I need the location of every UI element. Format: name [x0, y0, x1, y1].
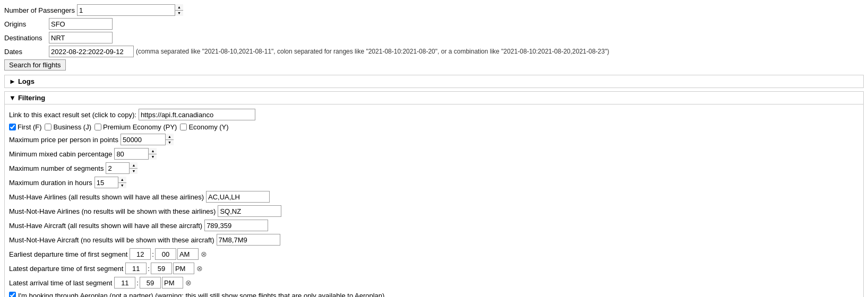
dates-row: Dates (comma separated like "2021-08-10,…: [4, 46, 864, 57]
must-have-aircraft-label: Must-Have Aircraft (all results shown wi…: [9, 222, 202, 230]
aeroplan-checkbox[interactable]: [9, 292, 16, 297]
max-price-row: Maximum price per person in points ▲ ▼: [9, 134, 859, 145]
max-price-label: Maximum price per person in points: [9, 136, 118, 144]
origins-input[interactable]: [49, 18, 113, 30]
must-have-airlines-input[interactable]: [206, 191, 270, 203]
link-label: Link to this exact result set (click to …: [9, 111, 136, 119]
latest-dep-clear[interactable]: ⊗: [196, 264, 203, 273]
earliest-dep-min[interactable]: [155, 248, 176, 260]
cabin-business: Business (J): [45, 123, 91, 131]
must-have-aircraft-input[interactable]: [204, 220, 268, 231]
min-mixed-spinner[interactable]: ▲ ▼: [114, 148, 157, 160]
filtering-title: Filtering: [18, 94, 45, 102]
must-have-airlines-label: Must-Have Airlines (all results shown wi…: [9, 193, 204, 201]
latest-arr-ampm[interactable]: [162, 277, 183, 289]
dates-label: Dates: [4, 48, 47, 56]
must-have-airlines-row: Must-Have Airlines (all results shown wi…: [9, 191, 859, 203]
max-segments-spin-buttons[interactable]: ▲ ▼: [129, 162, 137, 174]
cabin-first-checkbox[interactable]: [9, 124, 16, 130]
cabin-economy-checkbox[interactable]: [180, 124, 187, 130]
max-duration-spin-buttons[interactable]: ▲ ▼: [118, 177, 126, 188]
max-duration-row: Maximum duration in hours ▲ ▼: [9, 177, 859, 188]
latest-arr-clear[interactable]: ⊗: [185, 278, 192, 287]
min-mixed-spin-buttons[interactable]: ▲ ▼: [148, 148, 157, 160]
search-row: Search for flights: [4, 59, 864, 71]
must-not-have-aircraft-label: Must-Not-Have Aircraft (no results will …: [9, 236, 214, 244]
max-duration-label: Maximum duration in hours: [9, 179, 92, 187]
destinations-label: Destinations: [4, 34, 47, 42]
filtering-section-header[interactable]: ▼ Filtering: [4, 91, 864, 104]
earliest-dep-clear[interactable]: ⊗: [201, 250, 207, 258]
max-segments-down[interactable]: ▼: [129, 169, 137, 174]
latest-dep-hour[interactable]: [125, 263, 147, 274]
cabin-checkboxes-row: First (F) Business (J) Premium Economy (…: [9, 123, 859, 131]
filtering-arrow: ▼: [9, 94, 16, 102]
latest-dep-ampm[interactable]: [173, 263, 194, 274]
dates-hint: (comma separated like "2021-08-10,2021-0…: [136, 48, 609, 55]
latest-arr-label: Latest arrival time of last segment: [9, 279, 112, 287]
cabin-premium: Premium Economy (PY): [94, 123, 177, 131]
earliest-dep-label: Earliest departure time of first segment: [9, 250, 127, 258]
passengers-row: Number of Passengers ▲ ▼: [4, 4, 864, 16]
max-price-spin-buttons[interactable]: ▲ ▼: [165, 134, 174, 145]
destinations-input[interactable]: [49, 32, 113, 43]
earliest-dep-hour[interactable]: [130, 248, 151, 260]
latest-arr-min[interactable]: [140, 277, 161, 289]
max-price-up[interactable]: ▲: [165, 134, 174, 140]
max-segments-row: Maximum number of segments ▲ ▼: [9, 162, 859, 174]
latest-dep-time-group: : ⊗: [125, 263, 203, 274]
cabin-premium-checkbox[interactable]: [94, 124, 101, 130]
cabin-economy: Economy (Y): [180, 123, 228, 131]
max-segments-label: Maximum number of segments: [9, 164, 104, 172]
latest-dep-row: Latest departure time of first segment :…: [9, 263, 859, 274]
earliest-dep-row: Earliest departure time of first segment…: [9, 248, 859, 260]
latest-dep-colon: :: [148, 265, 150, 273]
must-not-have-airlines-row: Must-Not-Have Airlines (no results will …: [9, 205, 859, 217]
origins-row: Origins: [4, 18, 864, 30]
destinations-row: Destinations: [4, 32, 864, 43]
max-duration-up[interactable]: ▲: [118, 177, 126, 183]
cabin-business-label: Business (J): [53, 123, 91, 131]
earliest-dep-ampm[interactable]: [177, 248, 199, 260]
logs-section-header[interactable]: ► Logs: [4, 75, 864, 88]
aeroplan-label: I'm booking through Aeroplan (not a part…: [18, 292, 384, 297]
passengers-spin-buttons[interactable]: ▲ ▼: [175, 4, 183, 16]
max-duration-down[interactable]: ▼: [118, 183, 126, 189]
latest-dep-label: Latest departure time of first segment: [9, 265, 123, 273]
max-price-spinner[interactable]: ▲ ▼: [121, 134, 174, 145]
passengers-down-arrow[interactable]: ▼: [175, 11, 183, 16]
max-segments-spinner[interactable]: ▲ ▼: [106, 162, 137, 174]
origins-label: Origins: [4, 20, 47, 28]
must-not-have-airlines-input[interactable]: [218, 205, 281, 217]
cabin-business-checkbox[interactable]: [45, 124, 51, 130]
max-segments-up[interactable]: ▲: [129, 162, 137, 169]
link-row: Link to this exact result set (click to …: [9, 109, 859, 120]
logs-title: Logs: [18, 77, 35, 85]
must-not-have-aircraft-row: Must-Not-Have Aircraft (no results will …: [9, 234, 859, 246]
max-price-down[interactable]: ▼: [165, 140, 174, 146]
earliest-dep-time-group: : ⊗: [130, 248, 207, 260]
passengers-spinner[interactable]: ▲ ▼: [77, 4, 183, 16]
cabin-first-label: First (F): [18, 123, 41, 131]
passengers-up-arrow[interactable]: ▲: [175, 4, 183, 11]
max-duration-spinner[interactable]: ▲ ▼: [94, 177, 126, 188]
aeroplan-row: I'm booking through Aeroplan (not a part…: [9, 292, 859, 297]
min-mixed-label: Minimum mixed cabin percentage: [9, 150, 112, 158]
cabin-first: First (F): [9, 123, 41, 131]
min-mixed-down[interactable]: ▼: [148, 154, 157, 160]
search-button[interactable]: Search for flights: [4, 59, 66, 71]
latest-dep-min[interactable]: [151, 263, 172, 274]
link-copy-input[interactable]: [139, 109, 255, 120]
must-not-have-airlines-label: Must-Not-Have Airlines (no results will …: [9, 207, 216, 215]
must-not-have-aircraft-input[interactable]: [217, 234, 280, 246]
latest-arr-row: Latest arrival time of last segment : ⊗: [9, 277, 859, 289]
must-have-aircraft-row: Must-Have Aircraft (all results shown wi…: [9, 220, 859, 231]
min-mixed-up[interactable]: ▲: [148, 148, 157, 154]
cabin-economy-label: Economy (Y): [188, 123, 228, 131]
dates-input[interactable]: [49, 46, 134, 57]
passengers-label: Number of Passengers: [4, 6, 75, 14]
latest-arr-hour[interactable]: [114, 277, 135, 289]
cabin-premium-label: Premium Economy (PY): [103, 123, 177, 131]
logs-arrow: ►: [9, 77, 16, 85]
passengers-input[interactable]: [77, 4, 183, 16]
